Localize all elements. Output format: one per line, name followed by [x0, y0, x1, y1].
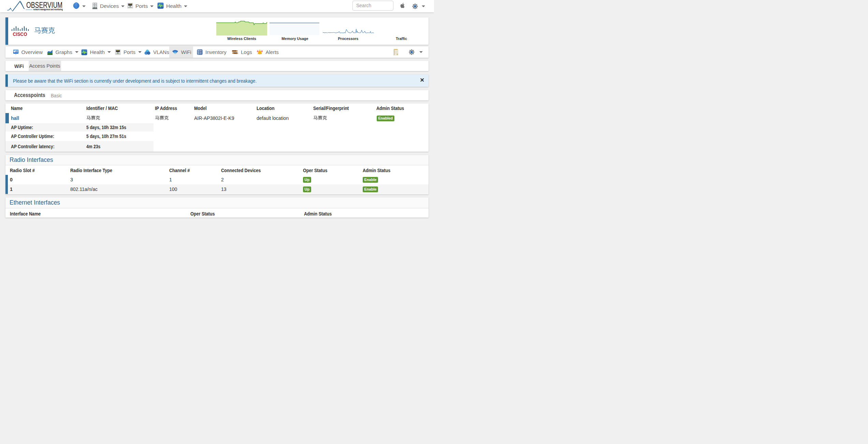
svg-text:CISCO: CISCO [13, 31, 27, 37]
svg-text:network management and monitor: network management and monitoring [33, 8, 63, 11]
